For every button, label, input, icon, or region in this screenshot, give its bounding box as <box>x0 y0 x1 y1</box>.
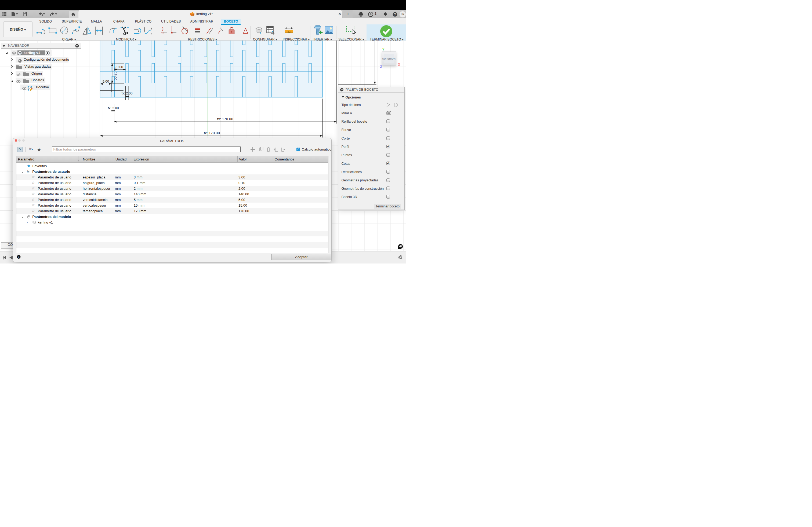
svg-text:9.00: 9.00 <box>117 65 123 69</box>
svg-text:i: i <box>18 255 19 259</box>
svg-text:?: ? <box>394 13 396 16</box>
svg-text:fx: 2.00: fx: 2.00 <box>108 106 119 110</box>
svg-text:fx: 170.00: fx: 170.00 <box>217 117 233 121</box>
svg-text:9.00: 9.00 <box>103 80 109 84</box>
svg-text:fx: 170.00: fx: 170.00 <box>204 131 220 135</box>
svg-text:fx: 15.00: fx: 15.00 <box>113 67 117 80</box>
svg-text:fx: 2.00: fx: 2.00 <box>122 91 133 95</box>
